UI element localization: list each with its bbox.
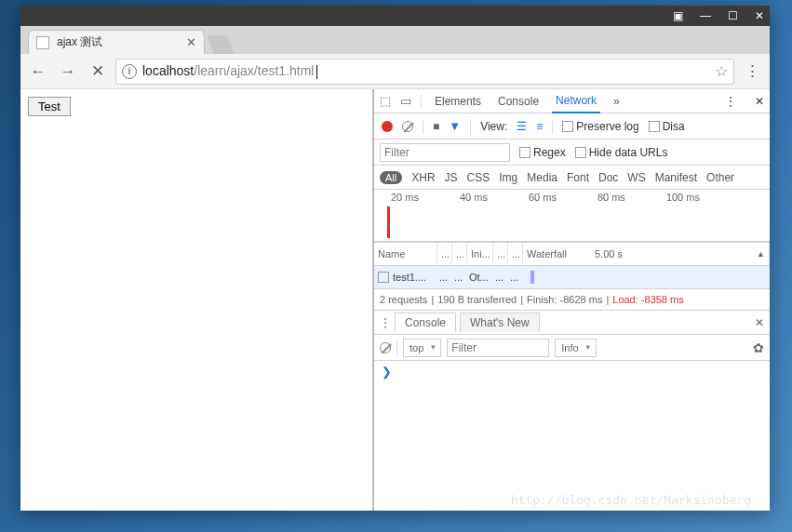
col-generic[interactable]: ... <box>508 243 523 265</box>
request-table-header: Name ... ... Ini... ... ... Waterfall 5.… <box>374 242 770 266</box>
timeline-tick: 20 ms <box>391 192 419 203</box>
forward-button[interactable]: → <box>56 60 80 84</box>
console-clear-button[interactable] <box>380 342 391 353</box>
col-generic[interactable]: ... <box>437 243 452 265</box>
regex-checkbox[interactable]: Regex <box>519 146 566 159</box>
drawer-menu-button[interactable]: ⋮ <box>380 316 391 329</box>
hide-data-urls-checkbox[interactable]: Hide data URLs <box>575 146 668 159</box>
timeline-marker <box>387 206 390 238</box>
status-finish: Finish: -8628 ms <box>527 294 602 305</box>
new-tab-button[interactable] <box>207 35 234 54</box>
tab-overflow[interactable]: » <box>610 89 624 113</box>
devtools-panel: ⬚ ▭ Elements Console Network » ⋮ ✕ ■ ▼ V… <box>372 89 770 511</box>
filter-bar: Regex Hide data URLs <box>374 140 770 166</box>
filter-type-js[interactable]: JS <box>445 171 458 184</box>
os-titlebar: ▣ — ☐ ✕ <box>20 6 770 26</box>
screenshot-icon[interactable]: ■ <box>433 120 439 133</box>
record-button[interactable] <box>382 121 393 132</box>
filter-input[interactable] <box>380 143 510 162</box>
network-status-bar: 2 requests | 190 B transferred | Finish:… <box>374 288 770 311</box>
sort-indicator-icon: ▲ <box>757 249 765 259</box>
tab-console[interactable]: Console <box>494 89 543 113</box>
status-requests: 2 requests <box>380 294 427 305</box>
log-level-select[interactable]: Info <box>555 339 596 357</box>
preserve-log-checkbox[interactable]: Preserve log <box>562 120 638 133</box>
view-label: View: <box>480 120 507 133</box>
close-tab-button[interactable]: ✕ <box>186 35 196 49</box>
view-small-icon[interactable]: ≡ <box>536 120 543 133</box>
view-large-icon[interactable]: ☰ <box>517 120 527 133</box>
url-host: localhost <box>142 63 194 78</box>
filter-type-manifest[interactable]: Manifest <box>655 171 697 184</box>
filter-type-xhr[interactable]: XHR <box>411 171 435 184</box>
timeline-tick: 100 ms <box>666 192 700 203</box>
filter-type-other[interactable]: Other <box>706 171 734 184</box>
console-prompt-icon: ❯ <box>382 365 392 379</box>
devtools-menu-button[interactable]: ⋮ <box>725 95 736 108</box>
status-load: Load: -8358 ms <box>612 294 683 305</box>
bookmark-star-icon[interactable]: ☆ <box>715 62 728 80</box>
favicon-icon <box>36 36 49 49</box>
url-path: /learn/ajax/test1.html <box>194 63 314 78</box>
toolbar: ← → ✕ i localhost/learn/ajax/test1.html … <box>20 54 770 89</box>
filter-type-all[interactable]: All <box>380 171 402 184</box>
col-name[interactable]: Name <box>374 243 437 265</box>
type-filter-bar: All XHR JS CSS Img Media Font Doc WS Man… <box>374 166 770 190</box>
tab-title: ajax 测试 <box>57 34 102 50</box>
request-row[interactable]: test1.... ...... Ot... ...... <box>374 266 770 288</box>
filter-type-font[interactable]: Font <box>567 171 589 184</box>
timeline-overview[interactable]: 20 ms 40 ms 60 ms 80 ms 100 ms <box>374 190 770 242</box>
request-name: test1.... <box>393 272 439 283</box>
stop-reload-button[interactable]: ✕ <box>86 60 110 84</box>
waterfall-bar <box>530 271 534 284</box>
browser-menu-button[interactable]: ⋮ <box>740 60 764 84</box>
console-toolbar: top Info ✿ <box>374 335 770 361</box>
devtools-tabbar: ⬚ ▭ Elements Console Network » ⋮ ✕ <box>374 89 770 113</box>
network-toolbar: ■ ▼ View: ☰ ≡ Preserve log Disa <box>374 113 770 140</box>
console-settings-icon[interactable]: ✿ <box>753 340 764 355</box>
request-initiator: Ot... <box>469 272 495 283</box>
context-select[interactable]: top <box>403 339 441 357</box>
user-icon[interactable]: ▣ <box>673 9 683 22</box>
filter-type-media[interactable]: Media <box>527 171 557 184</box>
tab-network[interactable]: Network <box>552 89 600 113</box>
maximize-button[interactable]: ☐ <box>728 9 738 22</box>
address-bar[interactable]: i localhost/learn/ajax/test1.html ☆ <box>115 59 734 85</box>
filter-type-css[interactable]: CSS <box>467 171 490 184</box>
site-info-icon[interactable]: i <box>122 64 137 79</box>
page-viewport: Test <box>20 89 372 511</box>
filter-type-ws[interactable]: WS <box>627 171 645 184</box>
filter-type-img[interactable]: Img <box>499 171 517 184</box>
inspect-element-icon[interactable]: ⬚ <box>380 94 391 108</box>
content-area: Test ⬚ ▭ Elements Console Network » ⋮ ✕ … <box>20 89 770 511</box>
back-button[interactable]: ← <box>26 60 50 84</box>
timeline-tick: 40 ms <box>460 192 488 203</box>
col-generic[interactable]: ... <box>493 243 508 265</box>
device-toggle-icon[interactable]: ▭ <box>400 94 411 108</box>
tab-strip: ajax 测试 ✕ <box>20 26 770 54</box>
timeline-tick: 60 ms <box>529 192 557 203</box>
browser-window: ▣ — ☐ ✕ ajax 测试 ✕ ← → ✕ i localhost/lear… <box>20 6 770 511</box>
col-initiator[interactable]: Ini... <box>467 243 493 265</box>
console-filter-input[interactable] <box>447 339 549 357</box>
file-icon <box>378 272 389 283</box>
devtools-close-button[interactable]: ✕ <box>755 95 764 108</box>
drawer-tab-console[interactable]: Console <box>395 313 456 332</box>
col-generic[interactable]: ... <box>452 243 467 265</box>
timeline-tick: 80 ms <box>597 192 625 203</box>
drawer-close-button[interactable]: ✕ <box>755 316 764 329</box>
clear-button[interactable] <box>402 121 413 132</box>
drawer-tabbar: ⋮ Console What's New ✕ <box>374 311 770 335</box>
filter-toggle-icon[interactable]: ▼ <box>449 119 461 133</box>
col-waterfall[interactable]: Waterfall 5.00 s ▲ <box>523 243 770 265</box>
console-output[interactable]: ❯ <box>374 361 770 511</box>
disable-cache-checkbox[interactable]: Disa <box>649 120 685 133</box>
browser-tab[interactable]: ajax 测试 ✕ <box>28 30 205 54</box>
text-cursor <box>316 65 317 79</box>
minimize-button[interactable]: — <box>700 9 711 22</box>
tab-elements[interactable]: Elements <box>431 89 485 113</box>
drawer-tab-whatsnew[interactable]: What's New <box>460 313 540 332</box>
close-window-button[interactable]: ✕ <box>755 9 764 22</box>
filter-type-doc[interactable]: Doc <box>598 171 618 184</box>
test-button[interactable]: Test <box>28 97 71 116</box>
